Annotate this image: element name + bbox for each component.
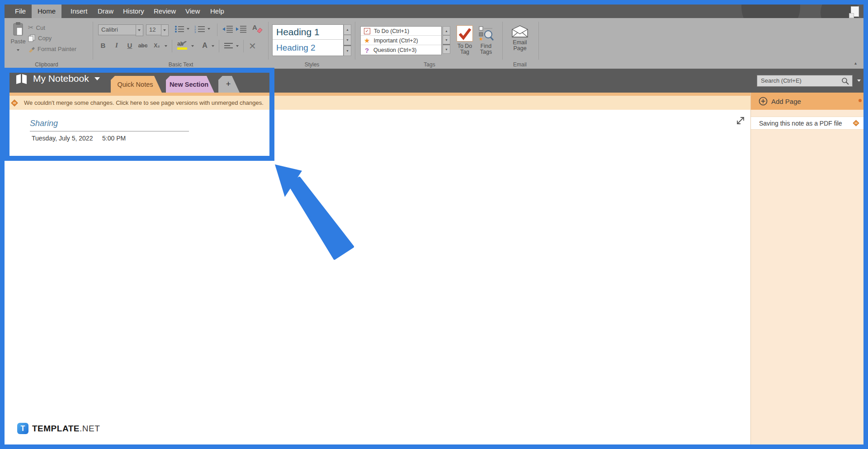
watermark-suffix: .NET: [80, 424, 100, 433]
menu-help[interactable]: Help: [204, 5, 230, 18]
menu-home[interactable]: Home: [32, 5, 61, 18]
tags-scroll-down[interactable]: ▾: [443, 35, 450, 44]
merge-warning-bar[interactable]: We couldn't merge some changes. Click he…: [5, 96, 750, 110]
clear-formatting-button[interactable]: A: [252, 23, 263, 33]
font-name-combo[interactable]: Calibri: [98, 24, 139, 35]
increase-indent-button[interactable]: [236, 25, 247, 35]
expand-icon[interactable]: [735, 115, 746, 126]
styles-scroll-down[interactable]: ▾: [344, 35, 351, 45]
tags-scroll-up[interactable]: ▴: [443, 26, 450, 35]
todo-tag-icon: [457, 25, 473, 42]
paste-icon: [13, 22, 24, 36]
merge-warning-text: We couldn't merge some changes. Click he…: [24, 99, 264, 106]
bullet-list-dropdown[interactable]: [187, 28, 189, 30]
menu-view[interactable]: View: [179, 5, 206, 18]
page-title[interactable]: Sharing: [30, 119, 58, 128]
onenote-window: File Home Insert Draw History Review Vie…: [0, 0, 868, 449]
email-page-label: Email Page: [507, 40, 533, 51]
tag-important-label: Important (Ctrl+2): [373, 37, 418, 44]
group-divider: [538, 22, 539, 60]
search-scope-dropdown[interactable]: [857, 80, 861, 82]
notebook-title: My Notebook: [33, 73, 89, 84]
styles-more-button[interactable]: ▾: [344, 45, 351, 56]
italic-button[interactable]: I: [112, 42, 122, 49]
tab-new-section[interactable]: New Section: [166, 76, 217, 93]
divider: [172, 40, 172, 52]
email-group-label: Email: [497, 61, 542, 68]
title-underline: [30, 131, 189, 131]
page-time[interactable]: 5:00 PM: [102, 135, 126, 142]
collapse-ribbon-icon[interactable]: ▴: [854, 61, 857, 65]
cut-label: Cut: [36, 24, 45, 31]
bold-button[interactable]: B: [98, 42, 108, 49]
document-icon[interactable]: [851, 6, 859, 17]
subscript-button[interactable]: X₂: [151, 42, 163, 49]
ribbon: Paste ✂ Cut Copy Format Painter Clipboar…: [5, 18, 863, 69]
add-page-label: Add Page: [771, 98, 801, 105]
menu-insert[interactable]: Insert: [65, 5, 94, 18]
font-name-dropdown[interactable]: [136, 24, 143, 36]
tag-question[interactable]: ? Question (Ctrl+3): [361, 46, 441, 55]
subscript-dropdown[interactable]: [165, 45, 167, 47]
sync-dot-icon: [859, 99, 862, 102]
page-list-item[interactable]: Saving this note as a PDF file: [751, 117, 863, 130]
delete-button[interactable]: ✕: [249, 41, 256, 51]
paste-dropdown-icon: [17, 49, 19, 51]
section-color-strip: [5, 93, 750, 96]
email-page-button[interactable]: Email Page: [507, 25, 533, 51]
clipboard-group-label: Clipboard: [24, 61, 69, 68]
tag-todo-label: To Do (Ctrl+1): [374, 28, 409, 34]
tags-more-button[interactable]: ▾: [443, 44, 450, 54]
bullet-list-button[interactable]: [175, 25, 184, 35]
strikethrough-button[interactable]: abc: [137, 42, 149, 49]
basic-text-group-label: Basic Text: [158, 61, 203, 68]
copy-button[interactable]: Copy: [28, 34, 52, 42]
tab-new-section-label: New Section: [170, 81, 208, 88]
cut-button[interactable]: ✂ Cut: [28, 23, 45, 32]
font-color-dropdown[interactable]: [212, 45, 214, 47]
page-canvas[interactable]: Sharing Tuesday, July 5, 2022 5:00 PM: [5, 110, 750, 444]
heading1-label: Heading 1: [276, 27, 320, 37]
search-input[interactable]: Search (Ctrl+E): [757, 75, 853, 87]
styles-scroll: ▴ ▾ ▾: [344, 24, 351, 55]
find-tags-button[interactable]: ★ Find Tags: [476, 25, 496, 55]
format-painter-label: Format Painter: [38, 46, 76, 52]
styles-scroll-up[interactable]: ▴: [344, 24, 351, 35]
numbered-list-button[interactable]: 123: [194, 25, 205, 35]
tab-add-section[interactable]: +: [218, 76, 242, 93]
todo-tag-label: To Do Tag: [454, 43, 475, 55]
divider: [243, 40, 244, 52]
tab-quick-notes[interactable]: Quick Notes: [111, 76, 164, 93]
style-heading1[interactable]: Heading 1: [273, 25, 343, 40]
tag-todo[interactable]: ✓ To Do (Ctrl+1): [361, 27, 441, 36]
menu-review[interactable]: Review: [148, 5, 182, 18]
format-painter-button[interactable]: Format Painter: [28, 45, 76, 52]
underline-button[interactable]: U: [125, 42, 135, 49]
star-icon: ★: [364, 37, 370, 44]
tag-important[interactable]: ★ Important (Ctrl+2): [361, 36, 441, 45]
menu-draw[interactable]: Draw: [92, 5, 119, 18]
menu-bar: File Home Insert Draw History Review Vie…: [5, 5, 863, 18]
cut-icon: ✂: [28, 23, 34, 32]
numbered-list-dropdown[interactable]: [208, 28, 210, 30]
notebook-dropdown[interactable]: My Notebook: [15, 73, 100, 84]
paragraph-alignment-button[interactable]: [224, 42, 233, 51]
menu-history[interactable]: History: [117, 5, 150, 18]
tab-quick-notes-label: Quick Notes: [118, 81, 153, 88]
highlight-button[interactable]: ab: [177, 41, 189, 51]
alignment-dropdown[interactable]: [236, 45, 239, 47]
highlight-dropdown[interactable]: [191, 45, 194, 47]
todo-tag-button[interactable]: To Do Tag: [454, 25, 475, 55]
add-page-button[interactable]: Add Page: [751, 93, 863, 110]
page-date[interactable]: Tuesday, July 5, 2022: [32, 135, 93, 142]
style-heading2[interactable]: Heading 2: [273, 40, 343, 55]
paste-label: Paste: [9, 38, 27, 45]
font-size-dropdown[interactable]: [161, 24, 169, 36]
notebook-icon: [15, 74, 28, 84]
paste-button[interactable]: Paste: [9, 22, 27, 53]
eraser-icon: [256, 27, 263, 33]
font-color-button[interactable]: A: [200, 42, 210, 50]
app-frame: File Home Insert Draw History Review Vie…: [5, 5, 863, 444]
decrease-indent-button[interactable]: [222, 25, 233, 35]
menu-file[interactable]: File: [9, 5, 32, 18]
